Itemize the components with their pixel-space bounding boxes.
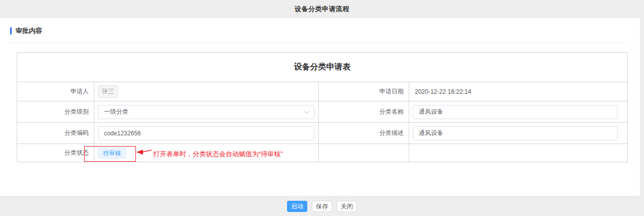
section-header: 审批内容 [10, 26, 42, 35]
save-button[interactable]: 保存 [312, 201, 332, 212]
category-name-label: 分类名称 [319, 101, 409, 123]
form-title-row: 设备分类申请表 [17, 53, 628, 82]
table-row: 分类编码 分类描述 [17, 123, 628, 144]
footer-toolbar: 启动 保存 关闭 [0, 196, 644, 216]
table-row: 申请人 张三 申请日期 2020-12-22 16:22:14 [17, 82, 628, 101]
empty-cell [409, 144, 628, 162]
apply-date-label: 申请日期 [319, 82, 409, 101]
page: 设备分类申请流程 审批内容 设备分类申请表 申请人 张三 申请日期 2020-1 [0, 0, 644, 216]
applicant-value-tag: 张三 [98, 85, 118, 98]
category-code-label: 分类编码 [17, 123, 94, 144]
page-title: 设备分类申请流程 [295, 5, 349, 14]
category-code-input[interactable] [98, 126, 314, 140]
apply-date-value: 2020-12-22 16:22:14 [413, 88, 471, 95]
annotation-text: 打开表单时，分类状态会自动赋值为“待审核” [153, 150, 283, 159]
close-button[interactable]: 关闭 [337, 201, 357, 212]
form-title: 设备分类申请表 [294, 62, 351, 71]
empty-cell [319, 144, 409, 162]
content-card: 审批内容 设备分类申请表 申请人 张三 申请日期 2020-12-22 16:2… [0, 18, 640, 196]
section-accent-bar [10, 27, 12, 34]
section-title: 审批内容 [16, 26, 42, 35]
category-desc-input[interactable] [413, 126, 618, 140]
applicant-label: 申请人 [17, 82, 94, 101]
annotation-highlight-box [84, 146, 136, 162]
category-level-select[interactable]: 一级分类 [98, 105, 314, 119]
start-button[interactable]: 启动 [287, 201, 307, 212]
chevron-down-icon [304, 109, 309, 114]
window-header: 设备分类申请流程 [0, 0, 644, 18]
category-name-input[interactable] [413, 105, 618, 119]
arrow-left-icon [136, 148, 152, 156]
category-desc-label: 分类描述 [319, 123, 409, 144]
category-level-label: 分类级别 [17, 101, 94, 123]
table-row: 分类级别 一级分类 分类名称 [17, 101, 628, 123]
section-divider [10, 43, 627, 43]
category-status-label: 分类状态 [17, 144, 94, 162]
category-level-selected-value: 一级分类 [104, 107, 128, 116]
